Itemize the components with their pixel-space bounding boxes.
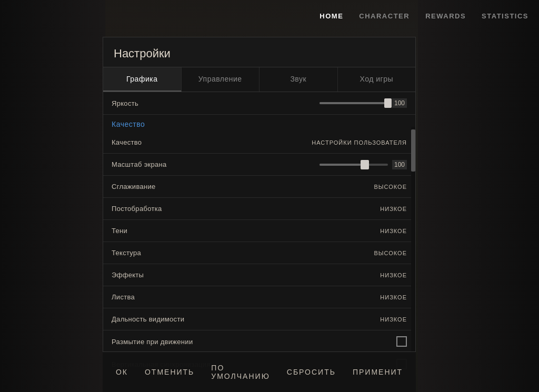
- scale-slider-thumb[interactable]: [361, 160, 369, 169]
- bottom-action-bar: ОК ОТМЕНИТЬ ПО УМОЛЧАНИЮ СБРОСИТЬ ПРИМЕН…: [103, 351, 416, 392]
- setting-row-effects[interactable]: Эффекты НИЗКОЕ: [103, 264, 415, 286]
- bg-right-panel: [418, 0, 539, 392]
- scale-slider-container[interactable]: 100: [320, 160, 407, 169]
- default-button[interactable]: ПО УМОЛЧАНИЮ: [208, 361, 273, 383]
- brightness-slider-track[interactable]: [320, 102, 388, 104]
- brightness-slider-fill: [320, 102, 388, 104]
- bg-left-panel: [0, 0, 105, 392]
- scale-slider-fill: [320, 164, 361, 166]
- tab-sound[interactable]: Звук: [259, 67, 338, 92]
- tab-graphics[interactable]: Графика: [103, 67, 182, 92]
- foliage-value: НИЗКОЕ: [380, 294, 407, 300]
- nav-item-rewards[interactable]: REWARDS: [425, 9, 466, 23]
- panel-scrollbar-thumb[interactable]: [411, 129, 415, 172]
- brightness-slider-container[interactable]: 100: [320, 98, 407, 108]
- motionblur-label: Размытие при движении: [112, 338, 396, 346]
- shadows-label: Тени: [112, 227, 380, 235]
- texture-label: Текстура: [112, 249, 374, 257]
- effects-label: Эффекты: [112, 271, 380, 279]
- postprocess-value: НИЗКОЕ: [380, 206, 407, 212]
- tab-controls[interactable]: Управление: [182, 67, 260, 92]
- shadows-value: НИЗКОЕ: [380, 228, 407, 234]
- cancel-button[interactable]: ОТМЕНИТЬ: [142, 366, 197, 378]
- settings-content: Яркость 100 Качество Качество НАСТРОЙКИ …: [103, 92, 415, 376]
- scale-value: 100: [392, 160, 407, 169]
- setting-row-antialiasing[interactable]: Сглаживание ВЫСОКОЕ: [103, 176, 415, 198]
- panel-title: Настройки: [103, 37, 415, 67]
- setting-row-postprocess[interactable]: Постобработка НИЗКОЕ: [103, 198, 415, 220]
- quality-label: Качество: [112, 138, 312, 146]
- setting-row-quality[interactable]: Качество НАСТРОЙКИ ПОЛЬЗОВАТЕЛЯ: [103, 132, 415, 154]
- postprocess-label: Постобработка: [112, 205, 380, 213]
- viewdistance-value: НИЗКОЕ: [380, 316, 407, 323]
- ok-button[interactable]: ОК: [113, 366, 131, 378]
- nav-item-statistics[interactable]: STATISTICS: [482, 9, 528, 23]
- top-navigation: HOME CHARACTER REWARDS STATISTICS: [309, 0, 539, 32]
- antialiasing-value: ВЫСОКОЕ: [374, 184, 407, 190]
- setting-row-viewdistance[interactable]: Дальность видимости НИЗКОЕ: [103, 308, 415, 330]
- setting-row-motionblur[interactable]: Размытие при движении: [103, 330, 415, 353]
- setting-row-shadows[interactable]: Тени НИЗКОЕ: [103, 220, 415, 242]
- motionblur-checkbox[interactable]: [396, 336, 407, 347]
- motionblur-checkbox-container[interactable]: [396, 336, 407, 347]
- settings-tabs: Графика Управление Звук Ход игры: [103, 67, 415, 92]
- nav-item-character[interactable]: CHARACTER: [359, 9, 410, 23]
- quality-value: НАСТРОЙКИ ПОЛЬЗОВАТЕЛЯ: [312, 139, 407, 146]
- setting-row-scale[interactable]: Масштаб экрана 100: [103, 154, 415, 176]
- scale-slider-track[interactable]: [320, 164, 388, 166]
- foliage-label: Листва: [112, 293, 380, 301]
- settings-panel: Настройки Графика Управление Звук Ход иг…: [103, 37, 416, 376]
- brightness-value: 100: [392, 98, 407, 108]
- viewdistance-label: Дальность видимости: [112, 315, 380, 323]
- antialiasing-label: Сглаживание: [112, 183, 374, 190]
- brightness-row: Яркость 100: [103, 92, 415, 115]
- apply-button[interactable]: ПРИМЕНИТ: [350, 366, 406, 378]
- brightness-label: Яркость: [112, 99, 320, 107]
- tab-gameplay[interactable]: Ход игры: [338, 67, 416, 92]
- effects-value: НИЗКОЕ: [380, 272, 407, 278]
- setting-row-texture[interactable]: Текстура ВЫСОКОЕ: [103, 242, 415, 264]
- panel-scrollbar[interactable]: [411, 127, 415, 385]
- reset-button[interactable]: СБРОСИТЬ: [284, 366, 339, 378]
- quality-section-header: Качество: [103, 115, 415, 132]
- nav-item-home[interactable]: HOME: [320, 9, 343, 23]
- texture-value: ВЫСОКОЕ: [374, 250, 407, 256]
- setting-row-foliage[interactable]: Листва НИЗКОЕ: [103, 286, 415, 308]
- brightness-slider-thumb[interactable]: [384, 98, 392, 108]
- scale-label: Масштаб экрана: [112, 160, 320, 168]
